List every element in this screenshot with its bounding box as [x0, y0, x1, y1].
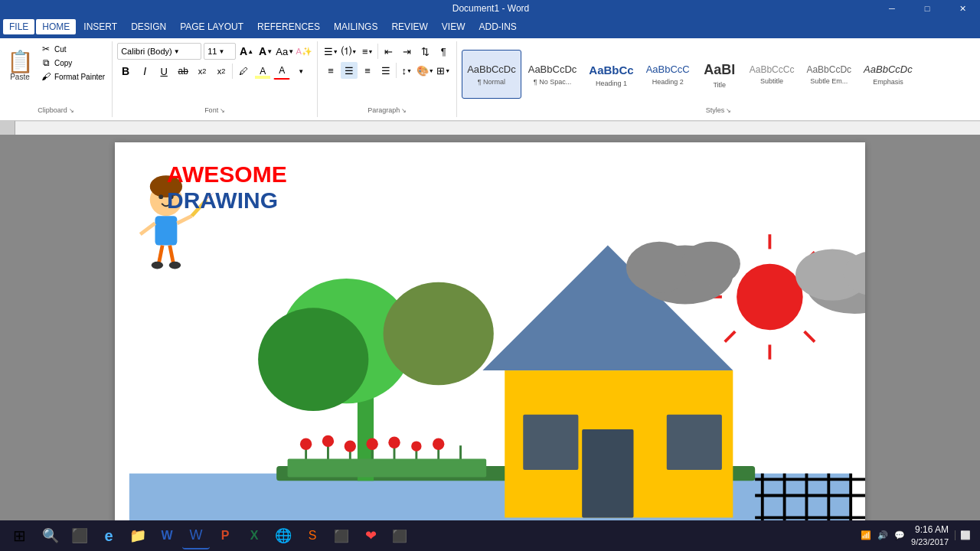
ruler-corner: [0, 121, 15, 135]
char-leg-right: [170, 246, 174, 264]
bullets-button[interactable]: ☰▼: [322, 43, 339, 60]
italic-button[interactable]: I: [136, 63, 153, 80]
copy-icon: ⧉: [41, 57, 51, 68]
align-right-button[interactable]: ≡: [359, 62, 376, 79]
taskbar-search[interactable]: 🔍: [37, 522, 64, 549]
show-para-button[interactable]: ¶: [435, 43, 452, 60]
char-leg-left: [158, 246, 162, 264]
maximize-button[interactable]: □: [910, 0, 945, 17]
style-title-label: Title: [713, 81, 726, 89]
cut-label: Cut: [54, 45, 67, 54]
flower4: [366, 439, 377, 450]
subscript-button[interactable]: x2: [194, 63, 211, 80]
clipboard-mini-buttons: ✂ Cut ⧉ Copy 🖌 Format Painter: [38, 43, 107, 105]
style-no-spacing-label: ¶ No Spac...: [534, 78, 571, 86]
multilevel-button[interactable]: ≡▼: [359, 43, 376, 60]
text-highlight-button[interactable]: 🖊: [235, 63, 252, 80]
char-shoe-right: [169, 262, 181, 269]
decrease-indent-button[interactable]: ⇤: [380, 43, 397, 60]
underline-button[interactable]: U: [155, 63, 172, 80]
taskbar-volume-icon: 🔊: [877, 530, 888, 540]
styles-group: AaBbCcDc ¶ Normal AaBbCcDc ¶ No Spac... …: [457, 41, 980, 117]
ruler-area: [0, 121, 980, 135]
minimize-button[interactable]: ─: [874, 0, 910, 17]
style-heading1[interactable]: AaBbCc Heading 1: [583, 50, 639, 99]
menu-mailings[interactable]: MAILINGS: [328, 19, 384, 34]
shading-para-button[interactable]: 🎨▼: [416, 62, 433, 79]
superscript-button[interactable]: x2: [213, 63, 230, 80]
font-size-select[interactable]: 11 ▼: [204, 43, 236, 60]
bold-button[interactable]: B: [117, 63, 134, 80]
menu-insert[interactable]: INSERT: [77, 19, 123, 34]
style-no-spacing[interactable]: AaBbCcDc ¶ No Spac...: [523, 50, 583, 99]
justify-button[interactable]: ☰: [377, 62, 394, 79]
start-button[interactable]: ⊞: [3, 522, 35, 549]
menu-references[interactable]: REFERENCES: [251, 19, 326, 34]
format-painter-icon: 🖌: [41, 71, 51, 82]
taskbar-task-view[interactable]: ⬛: [66, 522, 93, 549]
font-expand-icon[interactable]: ↘: [220, 107, 225, 114]
window-right: [667, 415, 722, 470]
taskbar-excel[interactable]: X: [240, 522, 268, 549]
font-name-select[interactable]: Calibri (Body) ▼: [117, 43, 201, 60]
menu-page-layout[interactable]: PAGE LAYOUT: [174, 19, 250, 34]
style-emphasis[interactable]: AaBbCcDc Emphasis: [858, 50, 918, 99]
shading-button[interactable]: A: [254, 63, 271, 80]
style-subtitle[interactable]: AaBbCcCc Subtitle: [744, 50, 800, 99]
flower7: [433, 439, 444, 450]
taskbar-app1[interactable]: S: [299, 522, 326, 549]
align-center-button[interactable]: ☰: [341, 62, 358, 79]
increase-indent-button[interactable]: ⇥: [398, 43, 415, 60]
copy-button[interactable]: ⧉ Copy: [38, 57, 107, 69]
sort-button[interactable]: ⇅: [416, 43, 433, 60]
increase-font-button[interactable]: A▲: [238, 43, 255, 60]
menu-home[interactable]: HOME: [36, 19, 76, 34]
cut-button[interactable]: ✂ Cut: [38, 43, 107, 55]
taskbar-word[interactable]: W: [153, 522, 181, 549]
flower3: [345, 440, 356, 452]
style-subtle-em[interactable]: AaBbCcDc Subtle Em...: [801, 50, 857, 99]
style-heading2[interactable]: AaBbCcC Heading 2: [641, 50, 695, 99]
style-normal[interactable]: AaBbCcDc ¶ Normal: [462, 50, 521, 99]
flower2: [322, 435, 334, 447]
taskbar-explorer[interactable]: 📁: [124, 522, 152, 549]
close-button[interactable]: ✕: [945, 0, 980, 17]
taskbar-ppt[interactable]: P: [211, 522, 239, 549]
taskbar-app2[interactable]: ⬛: [328, 522, 355, 549]
menu-file[interactable]: FILE: [3, 19, 34, 34]
font-label: Font: [204, 106, 218, 114]
font-divider: [232, 64, 233, 79]
text-color-button[interactable]: A: [273, 63, 290, 80]
taskbar-app3[interactable]: ❤: [357, 522, 384, 549]
taskbar-edge[interactable]: e: [95, 522, 122, 549]
paragraph-expand-icon[interactable]: ↘: [401, 107, 407, 114]
border-button[interactable]: ⊞▼: [435, 62, 452, 79]
style-heading2-label: Heading 2: [652, 78, 684, 86]
format-painter-button[interactable]: 🖌 Format Painter: [38, 70, 107, 83]
tree-foliage-right: [384, 282, 494, 386]
menu-view[interactable]: VIEW: [436, 19, 472, 34]
taskbar-chrome[interactable]: 🌐: [270, 522, 297, 549]
align-left-button[interactable]: ≡: [322, 62, 339, 79]
clipboard-expand-icon[interactable]: ↘: [69, 107, 74, 114]
decrease-font-button[interactable]: A▼: [257, 43, 274, 60]
font-color-arrow[interactable]: ▼: [292, 63, 309, 80]
menu-addins[interactable]: ADD-INS: [472, 19, 522, 34]
paste-button[interactable]: 📋 Paste: [5, 43, 35, 89]
taskbar-show-desktop[interactable]: ⬜: [955, 530, 971, 540]
menu-review[interactable]: REVIEW: [385, 19, 433, 34]
taskbar-clock: 9:16 AM 9/23/2017: [911, 524, 949, 547]
document-page[interactable]: AWESOME DRAWING: [115, 142, 865, 525]
taskbar-word-active[interactable]: W: [182, 522, 210, 549]
line-spacing-button[interactable]: ↕▼: [398, 62, 415, 79]
change-case-button[interactable]: Aa▼: [276, 43, 293, 60]
text-effects-button[interactable]: A✨: [296, 43, 312, 60]
taskbar-action-center: 💬: [894, 530, 905, 540]
styles-expand-icon[interactable]: ↘: [726, 107, 731, 114]
paragraph-label: Paragraph: [368, 106, 400, 114]
taskbar-app4[interactable]: ⬛: [386, 522, 413, 549]
menu-design[interactable]: DESIGN: [125, 19, 172, 34]
strikethrough-button[interactable]: ab: [175, 63, 191, 80]
style-title[interactable]: AaBI Title: [697, 50, 743, 99]
numbering-button[interactable]: ⑴▼: [341, 43, 358, 60]
